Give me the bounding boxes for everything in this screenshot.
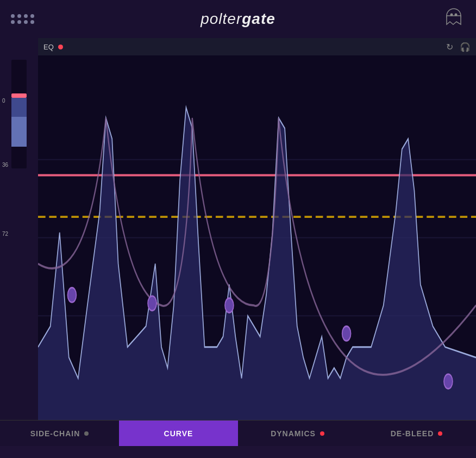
tab-de-bleed[interactable]: DE-BLEED xyxy=(357,420,476,446)
refresh-icon[interactable]: ↻ xyxy=(446,42,453,52)
svg-point-3 xyxy=(455,14,458,16)
tab-side-chain-label: SIDE-CHAIN xyxy=(30,429,80,438)
eq-svg xyxy=(38,55,476,420)
tab-curve-label: CURVE xyxy=(164,429,193,438)
svg-point-10 xyxy=(67,288,76,303)
svg-point-14 xyxy=(444,374,453,389)
eq-panel: EQ ↻ 🎧 xyxy=(38,38,476,420)
header: poltergate xyxy=(0,0,476,38)
svg-point-13 xyxy=(342,326,351,341)
app-title: poltergate xyxy=(201,10,275,28)
meter-label-0: 0 xyxy=(2,98,5,104)
tabs-bar: SIDE-CHAIN CURVE DYNAMICS DE-BLEED xyxy=(0,420,476,446)
tab-curve[interactable]: CURVE xyxy=(119,420,238,446)
tab-de-bleed-label: DE-BLEED xyxy=(391,429,434,438)
sidebar-meter: 0 36 72 xyxy=(0,38,38,420)
svg-point-2 xyxy=(450,14,453,16)
meter-bar-pink xyxy=(11,93,27,98)
eq-active-dot xyxy=(58,45,63,49)
meter-label-36: 36 xyxy=(2,162,8,168)
headphone-icon[interactable]: 🎧 xyxy=(460,42,471,52)
svg-point-11 xyxy=(148,296,156,311)
tab-side-chain-dot xyxy=(84,431,89,436)
eq-label: EQ xyxy=(43,43,54,51)
controls-section: input 6db spike 72.7% floor -3 xyxy=(0,446,476,458)
ghost-icon xyxy=(442,7,465,32)
main-area: 0 36 72 EQ ↻ 🎧 xyxy=(0,38,476,420)
eq-header: EQ ↻ 🎧 xyxy=(38,38,476,55)
tab-dynamics-dot xyxy=(320,431,324,436)
tab-dynamics-label: DYNAMICS xyxy=(271,429,316,438)
meter-label-72: 72 xyxy=(2,231,8,237)
logo-dots xyxy=(11,14,35,24)
tab-dynamics[interactable]: DYNAMICS xyxy=(238,420,357,446)
eq-icon-group: ↻ 🎧 xyxy=(446,42,471,52)
meter-bar-light-blue xyxy=(11,117,27,147)
eq-canvas xyxy=(38,55,476,420)
dots-grid-icon xyxy=(11,14,35,24)
tab-side-chain[interactable]: SIDE-CHAIN xyxy=(0,420,119,446)
svg-point-12 xyxy=(225,298,234,313)
tab-de-bleed-dot xyxy=(438,431,442,436)
meter-bar xyxy=(11,60,27,168)
